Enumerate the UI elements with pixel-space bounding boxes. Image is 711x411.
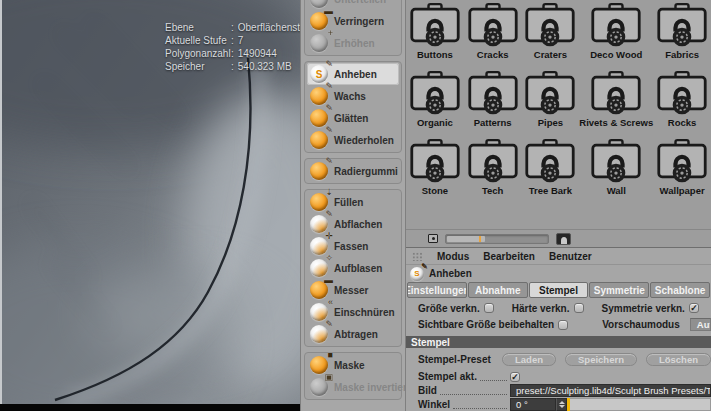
attribute-manager: ModusBearbeitenBenutzer S ✎ Anheben Eins… <box>406 247 711 411</box>
small-icon-size-button[interactable] <box>428 234 438 243</box>
hud-separator: : <box>231 34 234 47</box>
checkbox[interactable] <box>574 303 584 313</box>
preset-label: Rocks <box>668 117 697 128</box>
menu-item[interactable]: Modus <box>437 251 469 262</box>
tool-button-fassen[interactable]: ✛ Fassen <box>307 235 399 257</box>
pen-icon: ✎ <box>421 262 428 271</box>
settings-tab[interactable]: Schablone <box>650 282 710 298</box>
locked-briefcase-icon <box>467 70 519 116</box>
tool-button-radiergummi[interactable]: ✎ Radiergummi <box>307 160 399 182</box>
tool-group: ⇣ Füllen ✎ Abflachen ✛ Fassen ✧ Aufblase… <box>304 189 402 347</box>
panel-grip-icon[interactable] <box>412 252 423 261</box>
preset-label: Stone <box>422 185 448 196</box>
large-icon-size-button[interactable] <box>556 233 571 245</box>
browser-zoom-row <box>406 229 711 247</box>
checkbox-label: Symmetrie verkn. <box>602 303 685 314</box>
angle-spinner[interactable] <box>556 398 567 411</box>
tool-label: Erhöhen <box>334 38 375 49</box>
tool-button-wiederholen[interactable]: ✎ Wiederholen <box>307 129 399 151</box>
menu-item[interactable]: Benutzer <box>549 251 592 262</box>
preset-item[interactable]: Fabrics <box>653 2 711 70</box>
checkbox[interactable]: ✓ <box>689 303 699 313</box>
preset-item[interactable]: Cracks <box>464 2 522 70</box>
hud-value: Oberflächenstrukturen <box>238 21 300 34</box>
slider-handle[interactable] <box>479 236 481 242</box>
tool-button-anheben[interactable]: S ✎ Anheben <box>307 63 399 85</box>
tool-button-unterteilen[interactable]: Unterteilen <box>307 0 399 10</box>
tool-label: Verringern <box>334 16 384 27</box>
tool-button-verringern[interactable]: ▬ Verringern <box>307 10 399 32</box>
tool-button-aufblasen[interactable]: ✧ Aufblasen <box>307 257 399 279</box>
tool-accent-icon: ✧ <box>325 253 333 263</box>
tool-label: Fassen <box>334 241 368 252</box>
settings-tab[interactable]: Abnahme <box>468 282 528 298</box>
active-tool-header: S ✎ Anheben <box>406 265 711 282</box>
tool-button-einschnüren[interactable]: « Einschnüren <box>307 301 399 323</box>
settings-tab[interactable]: Stempel <box>529 282 589 298</box>
hud-label: Speicher <box>165 60 231 73</box>
preset-item[interactable]: Rivets & Screws <box>579 70 653 138</box>
checkbox[interactable] <box>484 303 494 313</box>
preset-label: Organic <box>417 117 453 128</box>
hud-label: Ebene <box>165 21 231 34</box>
preset-action-button[interactable]: Speichern <box>565 353 637 366</box>
preset-item[interactable]: Pipes <box>522 70 580 138</box>
tool-accent-icon: ✎ <box>325 59 333 69</box>
menu-item[interactable]: Bearbeiten <box>483 251 535 262</box>
preset-item[interactable]: Buttons <box>406 2 464 70</box>
browser-empty-area <box>406 206 711 229</box>
preview-mode-dropdown[interactable]: Auf Oberfläche <box>690 318 711 331</box>
preset-label: Deco Wood <box>590 49 642 60</box>
hud-row: Aktuelle Stufe : 7 <box>165 34 300 47</box>
image-label: Bild <box>418 385 437 396</box>
preset-action-button[interactable]: Löschen <box>646 353 711 366</box>
preset-item[interactable]: Organic <box>406 70 464 138</box>
tool-button-erhöhen[interactable]: + Erhöhen <box>307 32 399 54</box>
tool-button-wachs[interactable]: ✎ Wachs <box>307 85 399 107</box>
tool-button-abflachen[interactable]: ✎ Abflachen <box>307 213 399 235</box>
preset-item[interactable]: Craters <box>522 2 580 70</box>
tool-button-abtragen[interactable]: ✎ Abtragen <box>307 323 399 345</box>
right-panel: Buttons Cracks Craters <box>406 0 711 411</box>
locked-briefcase-icon <box>656 138 708 184</box>
tool-button-maske-invertieren[interactable]: ▣ Maske invertieren <box>307 376 399 398</box>
keep-size-checkbox[interactable] <box>558 320 568 330</box>
tool-button-füllen[interactable]: ⇣ Füllen <box>307 191 399 213</box>
repeat-icon: ✎ <box>310 131 328 149</box>
angle-row: Winkel 0 ° <box>406 398 711 411</box>
preset-item[interactable]: Patterns <box>464 70 522 138</box>
tool-button-glätten[interactable]: ✎ Glätten <box>307 107 399 129</box>
keep-size-label: Sichtbare Größe beibehalten <box>418 319 554 330</box>
preset-item[interactable]: Wallpaper <box>653 138 711 206</box>
tool-accent-icon: « <box>328 297 333 307</box>
checkbox-label: Größe verkn. <box>418 303 480 314</box>
viewport-3d[interactable]: Ebene : Oberflächenstrukturen Aktuelle S… <box>0 0 300 411</box>
preset-item[interactable]: Deco Wood <box>579 2 653 70</box>
increase-icon: + <box>310 34 328 52</box>
preset-item[interactable]: Wall <box>579 138 653 206</box>
preset-item[interactable]: Stone <box>406 138 464 206</box>
hud-label: Aktuelle Stufe <box>165 34 231 47</box>
angle-value-field[interactable]: 0 ° <box>510 398 556 411</box>
tool-label: Unterteilen <box>334 0 386 5</box>
dotted-leader <box>453 401 507 409</box>
tool-accent-icon: ▣ <box>324 372 333 382</box>
preset-item[interactable]: Tech <box>464 138 522 206</box>
settings-tab[interactable]: Symmetrie <box>589 282 649 298</box>
tool-button-messer[interactable]: ▬ Messer <box>307 279 399 301</box>
locked-briefcase-icon <box>524 70 576 116</box>
hud-row: Speicher : 540.323 MB <box>165 60 300 73</box>
stamp-active-checkbox[interactable]: ✓ <box>510 372 520 382</box>
viewport-hud: Ebene : Oberflächenstrukturen Aktuelle S… <box>165 21 300 73</box>
image-path-field[interactable]: preset://Sculpting.lib4d/Sculpt Brush Pr… <box>510 384 711 397</box>
preset-grid: Buttons Cracks Craters <box>406 0 711 206</box>
pull-tool-icon: S ✎ <box>410 267 424 281</box>
icon-size-slider[interactable] <box>445 234 549 244</box>
preset-action-button[interactable]: Laden <box>502 353 556 366</box>
angle-field-extension <box>570 398 711 411</box>
dotted-leader <box>480 373 507 381</box>
preset-item[interactable]: Tree Bark <box>522 138 580 206</box>
settings-tab[interactable]: Einstellungen <box>407 282 467 298</box>
tool-button-maske[interactable]: ■ Maske <box>307 354 399 376</box>
preset-item[interactable]: Rocks <box>653 70 711 138</box>
